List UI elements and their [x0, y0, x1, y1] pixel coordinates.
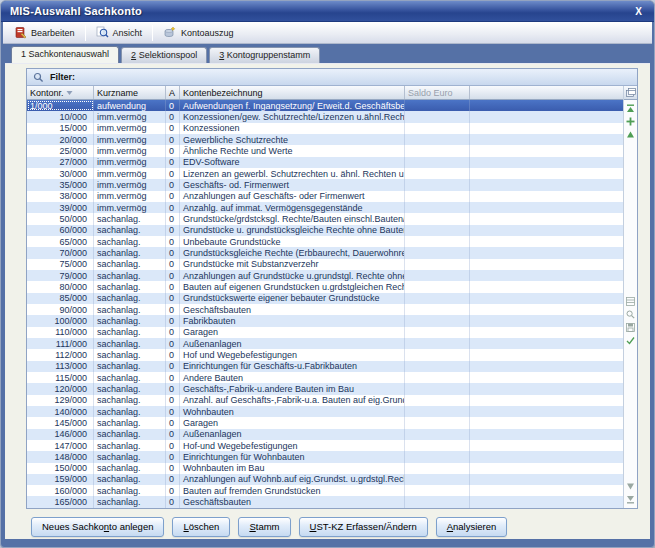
cell-a: 0 [166, 338, 180, 349]
header-kurzname[interactable]: Kurzname [94, 86, 166, 99]
scroll-down-icon[interactable] [626, 482, 635, 491]
analyze-button[interactable]: Analysieren [436, 517, 508, 537]
ustkz-button[interactable]: UST-KZ Erfassen/Ändern [299, 517, 428, 537]
table-row[interactable]: 10/000imm.vermög0Konzessionen/gew. Schut… [27, 111, 623, 122]
cell-kontonr: 35/000 [27, 179, 94, 190]
table-row[interactable]: 80/000sachanlag.0Bauten auf eigenen Grun… [27, 281, 623, 292]
table-row[interactable]: 20/000imm.vermög0Gewerbliche Schutzrecht… [27, 134, 623, 145]
tab-number: 3 [219, 50, 224, 60]
cell-bezeichnung: Garagen [180, 417, 405, 428]
cell-kontonr: 110/000 [27, 327, 94, 338]
toolbar: Bearbeiten Ansicht Kontoauszug [3, 22, 652, 44]
toolbar-button-ansicht[interactable]: Ansicht [89, 23, 150, 42]
header-label: Kontonr. [30, 88, 64, 98]
table-row[interactable]: 148/000sachanlag.0Einrichtungen für Wohn… [27, 451, 623, 462]
table-row[interactable]: 65/000sachanlag.0Unbebaute Grundstücke [27, 236, 623, 247]
tab-selektionspool[interactable]: 2 Selektionspool [121, 47, 207, 63]
header-kontenbezeichnung[interactable]: Kontenbezeichnung [180, 86, 405, 99]
table-row[interactable]: 85/000sachanlag.0Grundstückswerte eigene… [27, 293, 623, 304]
table-row[interactable]: 39/000imm.vermög0Anzahlg. auf immat. Ver… [27, 202, 623, 213]
cell-bezeichnung: Aufwendungen f. Ingangsetzung/ Erweit.d.… [180, 100, 405, 111]
toolbar-button-kontoauszug[interactable]: Kontoauszug [156, 23, 241, 42]
scroll-up-icon[interactable] [626, 130, 635, 139]
cell-bezeichnung: Anzahl. auf Geschäfts-,Fabrik-u.a. Baute… [180, 395, 405, 406]
tab-label: Sachkontenauswahl [29, 49, 110, 59]
header-label: Kontenbezeichnung [183, 88, 263, 98]
tab-kontogruppenstamm[interactable]: 3 Kontogruppenstamm [209, 47, 320, 63]
cell-saldo [405, 406, 470, 417]
toolbar-button-bearbeiten[interactable]: Bearbeiten [7, 23, 82, 42]
table-row[interactable]: 15/000imm.vermög0Konzessionen [27, 123, 623, 134]
table-row[interactable]: 38/000imm.vermög0Anzahlungen auf Geschäf… [27, 191, 623, 202]
cell-kurzname: sachanlag. [94, 361, 166, 372]
cell-bezeichnung: Außenanlagen [180, 429, 405, 440]
cell-filler [470, 463, 623, 474]
cell-kontonr: 146/000 [27, 429, 94, 440]
cell-filler [470, 383, 623, 394]
toolbar-button-label: Kontoauszug [181, 28, 234, 38]
column-chooser-icon[interactable] [624, 86, 637, 100]
cell-saldo [405, 270, 470, 281]
filter-label: Filter: [50, 72, 75, 82]
stamm-button[interactable]: Stamm [238, 517, 290, 537]
save-icon[interactable] [626, 323, 635, 332]
search-icon[interactable] [626, 310, 635, 319]
header-a[interactable]: A [166, 86, 180, 99]
table-row[interactable]: 90/000sachanlag.0Geschäftsbauten [27, 304, 623, 315]
table-row[interactable]: 25/000imm.vermög0Ähnliche Rechte und Wer… [27, 145, 623, 156]
cell-kurzname: sachanlag. [94, 463, 166, 474]
close-button[interactable]: X [632, 6, 645, 17]
table-row[interactable]: 111/000sachanlag.0Außenanlagen [27, 338, 623, 349]
table-row[interactable]: 70/000sachanlag.0Grundstücksgleiche Rech… [27, 247, 623, 258]
table-row[interactable]: 165/000sachanlag.0Geschäftsbauten [27, 496, 623, 507]
new-account-button[interactable]: Neues Sachkonto anlegen [31, 517, 164, 537]
table-row[interactable]: 159/000sachanlag.0Anzahlungen auf Wohnb.… [27, 474, 623, 485]
filter-bar[interactable]: Filter: [27, 69, 637, 86]
check-icon[interactable] [626, 336, 635, 345]
table-row[interactable]: 145/000sachanlag.0Garagen [27, 417, 623, 428]
table-row[interactable]: 140/000sachanlag.0Wohnbauten [27, 406, 623, 417]
cell-kontonr: 159/000 [27, 474, 94, 485]
cell-filler [470, 304, 623, 315]
table-row[interactable]: 100/000sachanlag.0Fabrikbauten [27, 315, 623, 326]
cell-kontonr: 65/000 [27, 236, 94, 247]
table-row[interactable]: 120/000sachanlag.0Geschäfts-,Fabrik-u.an… [27, 383, 623, 394]
table-row[interactable]: 112/000sachanlag.0Hof und Wegebefestigun… [27, 349, 623, 360]
table-row[interactable]: 113/000sachanlag.0Einrichtungen für Gesc… [27, 361, 623, 372]
table-row[interactable]: 30/000imm.vermög0Lizenzen an gewerbl. Sc… [27, 168, 623, 179]
tab-sachkontenauswahl[interactable]: 1 Sachkontenauswahl [11, 46, 119, 63]
cell-saldo [405, 281, 470, 292]
table-row[interactable]: 147/000sachanlag.0Hof-und Wegebefestigun… [27, 440, 623, 451]
cell-filler [470, 145, 623, 156]
scroll-first-icon[interactable] [626, 104, 635, 113]
row-add-icon[interactable] [626, 117, 635, 126]
table-row[interactable]: 150/000sachanlag.0Wohnbauten im Bau [27, 463, 623, 474]
delete-button[interactable]: Löschen [172, 517, 230, 537]
header-kontonr[interactable]: Kontonr. [27, 86, 94, 99]
table-body: 1/000aufwendung0Aufwendungen f. Ingangse… [27, 100, 623, 508]
cell-kurzname: imm.vermög [94, 202, 166, 213]
cell-kontonr: 30/000 [27, 168, 94, 179]
table-row[interactable]: 1/000aufwendung0Aufwendungen f. Ingangse… [27, 100, 623, 111]
cell-kurzname: sachanlag. [94, 395, 166, 406]
table-row[interactable]: 146/000sachanlag.0Außenanlagen [27, 429, 623, 440]
table-row[interactable]: 129/000sachanlag.0Anzahl. auf Geschäfts-… [27, 395, 623, 406]
header-saldo-euro[interactable]: Saldo Euro [405, 86, 470, 99]
cell-a: 0 [166, 111, 180, 122]
table-row[interactable]: 60/000sachanlag.0Grundstücke u. grundstü… [27, 225, 623, 236]
scroll-last-icon[interactable] [626, 495, 635, 504]
table-row[interactable]: 35/000imm.vermög0Geschäfts- od. Firmenwe… [27, 179, 623, 190]
cell-filler [470, 213, 623, 224]
table-row[interactable]: 27/000imm.vermög0EDV-Software [27, 157, 623, 168]
table-row[interactable]: 115/000sachanlag.0Andere Bauten [27, 372, 623, 383]
cell-saldo [405, 429, 470, 440]
header-label: Saldo Euro [408, 88, 453, 98]
list-icon[interactable] [626, 297, 635, 306]
table-row[interactable]: 79/000sachanlag.0Anzahlungen auf Grundst… [27, 270, 623, 281]
table-row[interactable]: 50/000sachanlag.0Grundstücke/grdstcksgl.… [27, 213, 623, 224]
table-row[interactable]: 160/000sachanlag.0Bauten auf fremden Gru… [27, 485, 623, 496]
table-row[interactable]: 75/000sachanlag.0Grundstücke mit Substan… [27, 259, 623, 270]
table-row[interactable]: 110/000sachanlag.0Garagen [27, 327, 623, 338]
cell-kontonr: 147/000 [27, 440, 94, 451]
cell-kontonr: 85/000 [27, 293, 94, 304]
